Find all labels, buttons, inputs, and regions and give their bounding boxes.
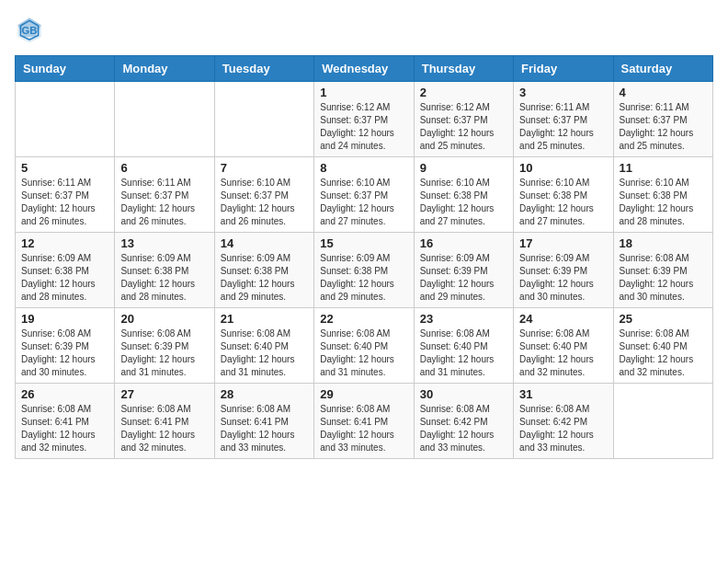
day-info: Sunrise: 6:08 AM Sunset: 6:39 PM Dayligh… xyxy=(120,327,208,379)
calendar-cell: 28Sunrise: 6:08 AM Sunset: 6:41 PM Dayli… xyxy=(214,384,313,459)
day-info: Sunrise: 6:11 AM Sunset: 6:37 PM Dayligh… xyxy=(519,101,607,153)
day-info: Sunrise: 6:08 AM Sunset: 6:40 PM Dayligh… xyxy=(620,327,707,379)
day-info: Sunrise: 6:08 AM Sunset: 6:41 PM Dayligh… xyxy=(120,403,208,454)
day-info: Sunrise: 6:08 AM Sunset: 6:41 PM Dayligh… xyxy=(221,403,308,454)
day-info: Sunrise: 6:08 AM Sunset: 6:39 PM Dayligh… xyxy=(620,252,707,304)
calendar-cell: 24Sunrise: 6:08 AM Sunset: 6:40 PM Dayli… xyxy=(514,308,613,384)
day-number: 24 xyxy=(519,312,607,326)
day-info: Sunrise: 6:10 AM Sunset: 6:37 PM Dayligh… xyxy=(221,177,308,228)
calendar-cell: 19Sunrise: 6:08 AM Sunset: 6:39 PM Dayli… xyxy=(16,308,115,384)
day-info: Sunrise: 6:09 AM Sunset: 6:39 PM Dayligh… xyxy=(519,252,607,304)
col-header-tuesday: Tuesday xyxy=(214,56,313,82)
day-number: 4 xyxy=(620,86,707,99)
calendar-cell xyxy=(115,82,214,157)
calendar-cell: 4Sunrise: 6:11 AM Sunset: 6:37 PM Daylig… xyxy=(613,82,712,157)
day-info: Sunrise: 6:08 AM Sunset: 6:39 PM Dayligh… xyxy=(21,327,108,379)
calendar-cell: 2Sunrise: 6:12 AM Sunset: 6:37 PM Daylig… xyxy=(414,82,513,157)
day-info: Sunrise: 6:11 AM Sunset: 6:37 PM Dayligh… xyxy=(120,177,208,228)
day-info: Sunrise: 6:08 AM Sunset: 6:41 PM Dayligh… xyxy=(21,403,108,454)
day-number: 16 xyxy=(420,236,507,250)
col-header-sunday: Sunday xyxy=(16,56,115,82)
day-number: 30 xyxy=(420,387,507,401)
day-info: Sunrise: 6:09 AM Sunset: 6:38 PM Dayligh… xyxy=(221,252,308,304)
calendar-cell: 12Sunrise: 6:09 AM Sunset: 6:38 PM Dayli… xyxy=(16,233,115,308)
calendar-cell: 9Sunrise: 6:10 AM Sunset: 6:38 PM Daylig… xyxy=(414,157,513,233)
day-number: 1 xyxy=(320,86,407,99)
col-header-wednesday: Wednesday xyxy=(314,56,414,82)
calendar-week-0: 1Sunrise: 6:12 AM Sunset: 6:37 PM Daylig… xyxy=(16,82,713,157)
calendar-cell: 3Sunrise: 6:11 AM Sunset: 6:37 PM Daylig… xyxy=(514,82,613,157)
calendar-header-row: SundayMondayTuesdayWednesdayThursdayFrid… xyxy=(16,56,713,82)
calendar-cell: 23Sunrise: 6:08 AM Sunset: 6:40 PM Dayli… xyxy=(414,308,513,384)
day-number: 8 xyxy=(320,161,407,175)
day-info: Sunrise: 6:09 AM Sunset: 6:39 PM Dayligh… xyxy=(420,252,507,304)
day-number: 13 xyxy=(120,236,208,250)
day-number: 28 xyxy=(221,387,308,401)
calendar-cell: 13Sunrise: 6:09 AM Sunset: 6:38 PM Dayli… xyxy=(115,233,214,308)
day-number: 31 xyxy=(519,387,607,401)
day-number: 18 xyxy=(620,236,707,250)
calendar-cell: 26Sunrise: 6:08 AM Sunset: 6:41 PM Dayli… xyxy=(16,384,115,459)
day-info: Sunrise: 6:09 AM Sunset: 6:38 PM Dayligh… xyxy=(120,252,208,304)
calendar-cell: 20Sunrise: 6:08 AM Sunset: 6:39 PM Dayli… xyxy=(115,308,214,384)
calendar-cell xyxy=(214,82,313,157)
day-info: Sunrise: 6:10 AM Sunset: 6:38 PM Dayligh… xyxy=(420,177,507,228)
day-number: 19 xyxy=(21,312,108,326)
day-number: 2 xyxy=(420,86,507,99)
day-number: 12 xyxy=(21,236,108,250)
day-info: Sunrise: 6:08 AM Sunset: 6:40 PM Dayligh… xyxy=(420,327,507,379)
day-info: Sunrise: 6:11 AM Sunset: 6:37 PM Dayligh… xyxy=(620,101,707,153)
calendar-cell: 6Sunrise: 6:11 AM Sunset: 6:37 PM Daylig… xyxy=(115,157,214,233)
calendar-cell: 25Sunrise: 6:08 AM Sunset: 6:40 PM Dayli… xyxy=(613,308,712,384)
day-info: Sunrise: 6:08 AM Sunset: 6:42 PM Dayligh… xyxy=(519,403,607,454)
day-number: 17 xyxy=(519,236,607,250)
day-number: 21 xyxy=(221,312,308,326)
col-header-thursday: Thursday xyxy=(414,56,513,82)
calendar-cell: 16Sunrise: 6:09 AM Sunset: 6:39 PM Dayli… xyxy=(414,233,513,308)
day-info: Sunrise: 6:12 AM Sunset: 6:37 PM Dayligh… xyxy=(320,101,407,153)
calendar-cell: 11Sunrise: 6:10 AM Sunset: 6:38 PM Dayli… xyxy=(613,157,712,233)
calendar-cell xyxy=(16,82,115,157)
day-number: 3 xyxy=(519,86,607,99)
calendar-cell: 22Sunrise: 6:08 AM Sunset: 6:40 PM Dayli… xyxy=(314,308,414,384)
calendar-cell: 21Sunrise: 6:08 AM Sunset: 6:40 PM Dayli… xyxy=(214,308,313,384)
svg-text:GB: GB xyxy=(22,25,38,36)
calendar-cell: 27Sunrise: 6:08 AM Sunset: 6:41 PM Dayli… xyxy=(115,384,214,459)
calendar-week-4: 26Sunrise: 6:08 AM Sunset: 6:41 PM Dayli… xyxy=(16,384,713,459)
calendar-cell: 30Sunrise: 6:08 AM Sunset: 6:42 PM Dayli… xyxy=(414,384,513,459)
day-number: 10 xyxy=(519,161,607,175)
day-info: Sunrise: 6:08 AM Sunset: 6:40 PM Dayligh… xyxy=(320,327,407,379)
calendar-cell: 1Sunrise: 6:12 AM Sunset: 6:37 PM Daylig… xyxy=(314,82,414,157)
day-number: 20 xyxy=(120,312,208,326)
calendar-table: SundayMondayTuesdayWednesdayThursdayFrid… xyxy=(15,55,713,459)
day-number: 26 xyxy=(21,387,108,401)
day-number: 11 xyxy=(620,161,707,175)
day-number: 23 xyxy=(420,312,507,326)
calendar-cell: 31Sunrise: 6:08 AM Sunset: 6:42 PM Dayli… xyxy=(514,384,613,459)
calendar-cell: 10Sunrise: 6:10 AM Sunset: 6:38 PM Dayli… xyxy=(514,157,613,233)
calendar-week-1: 5Sunrise: 6:11 AM Sunset: 6:37 PM Daylig… xyxy=(16,157,713,233)
col-header-monday: Monday xyxy=(115,56,214,82)
page: GB SundayMondayTuesdayWednesdayThursdayF… xyxy=(0,0,728,474)
day-info: Sunrise: 6:11 AM Sunset: 6:37 PM Dayligh… xyxy=(21,177,108,228)
day-number: 29 xyxy=(320,387,407,401)
day-info: Sunrise: 6:08 AM Sunset: 6:40 PM Dayligh… xyxy=(519,327,607,379)
day-number: 27 xyxy=(120,387,208,401)
calendar-cell: 18Sunrise: 6:08 AM Sunset: 6:39 PM Dayli… xyxy=(613,233,712,308)
day-number: 7 xyxy=(221,161,308,175)
header: GB xyxy=(15,15,713,44)
day-info: Sunrise: 6:10 AM Sunset: 6:38 PM Dayligh… xyxy=(519,177,607,228)
day-info: Sunrise: 6:09 AM Sunset: 6:38 PM Dayligh… xyxy=(320,252,407,304)
calendar-cell: 8Sunrise: 6:10 AM Sunset: 6:37 PM Daylig… xyxy=(314,157,414,233)
calendar-cell: 7Sunrise: 6:10 AM Sunset: 6:37 PM Daylig… xyxy=(214,157,313,233)
calendar-cell: 17Sunrise: 6:09 AM Sunset: 6:39 PM Dayli… xyxy=(514,233,613,308)
calendar-week-3: 19Sunrise: 6:08 AM Sunset: 6:39 PM Dayli… xyxy=(16,308,713,384)
day-info: Sunrise: 6:09 AM Sunset: 6:38 PM Dayligh… xyxy=(21,252,108,304)
day-info: Sunrise: 6:12 AM Sunset: 6:37 PM Dayligh… xyxy=(420,101,507,153)
calendar-cell xyxy=(613,384,712,459)
logo: GB xyxy=(15,15,48,44)
logo-icon: GB xyxy=(15,15,44,44)
calendar-cell: 5Sunrise: 6:11 AM Sunset: 6:37 PM Daylig… xyxy=(16,157,115,233)
day-number: 25 xyxy=(620,312,707,326)
calendar-cell: 29Sunrise: 6:08 AM Sunset: 6:41 PM Dayli… xyxy=(314,384,414,459)
